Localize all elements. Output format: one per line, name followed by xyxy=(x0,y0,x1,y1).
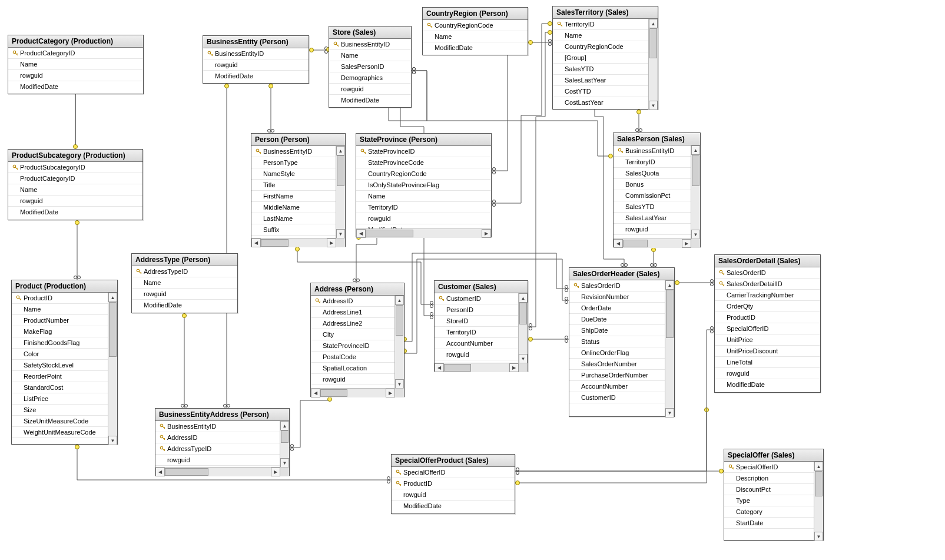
column-row[interactable]: SalesOrderNumber xyxy=(569,359,665,370)
table-header[interactable]: SpecialOfferProduct (Sales) xyxy=(392,455,515,467)
column-row[interactable]: FinishedGoodsFlag xyxy=(12,337,108,349)
column-row[interactable]: MakeFlag xyxy=(12,326,108,337)
column-row[interactable]: [Group] xyxy=(553,52,649,64)
column-row[interactable]: UnitPriceDiscount xyxy=(715,346,820,357)
table-header[interactable]: CountryRegion (Person) xyxy=(423,8,528,20)
table-SalesOrderHeader[interactable]: SalesOrderHeader (Sales)SalesOrderIDRevi… xyxy=(569,267,675,417)
column-row[interactable]: Title xyxy=(251,180,336,191)
scroll-down-icon[interactable]: ▼ xyxy=(336,229,345,238)
scroll-up-icon[interactable]: ▲ xyxy=(280,421,289,430)
table-header[interactable]: ProductCategory (Production) xyxy=(8,35,143,48)
scroll-up-icon[interactable]: ▲ xyxy=(691,145,700,155)
column-row[interactable]: ModifiedDate xyxy=(392,501,515,511)
column-row[interactable]: SalesOrderID xyxy=(569,280,665,291)
column-row[interactable]: Name xyxy=(329,50,411,61)
table-header[interactable]: SalesPerson (Sales) xyxy=(614,133,700,145)
scroll-track[interactable] xyxy=(519,303,528,354)
scroll-track[interactable] xyxy=(649,28,658,101)
table-AddressType[interactable]: AddressType (Person)AddressTypeIDNamerow… xyxy=(131,253,238,313)
column-row[interactable]: PersonID xyxy=(435,304,519,316)
vertical-scrollbar[interactable]: ▲▼ xyxy=(394,296,404,389)
vertical-scrollbar[interactable]: ▲▼ xyxy=(518,293,528,363)
column-row[interactable]: Demographics xyxy=(329,72,411,84)
column-row[interactable]: ModifiedDate xyxy=(8,81,143,92)
scroll-left-icon[interactable]: ◀ xyxy=(435,363,444,372)
column-row[interactable]: rowguid xyxy=(715,368,820,379)
table-Customer[interactable]: Customer (Sales)CustomerIDPersonIDStoreI… xyxy=(434,280,528,372)
table-SalesPerson[interactable]: SalesPerson (Sales)BusinessEntityIDTerri… xyxy=(613,132,701,247)
column-row[interactable]: SalesPersonID xyxy=(329,61,411,72)
scroll-track[interactable] xyxy=(320,389,386,397)
table-header[interactable]: Address (Person) xyxy=(311,283,404,296)
scroll-thumb[interactable] xyxy=(281,430,289,443)
column-row[interactable]: rowguid xyxy=(356,213,491,224)
horizontal-scrollbar[interactable]: ◀▶ xyxy=(251,238,345,247)
column-row[interactable]: CostLastYear xyxy=(553,97,649,108)
scroll-down-icon[interactable]: ▼ xyxy=(519,354,528,363)
scroll-up-icon[interactable]: ▲ xyxy=(814,462,823,471)
column-row[interactable]: ModifiedDate xyxy=(423,42,528,53)
vertical-scrollbar[interactable]: ▲▼ xyxy=(108,293,117,445)
column-row[interactable]: AccountNumber xyxy=(435,338,519,349)
column-row[interactable]: FirstName xyxy=(251,191,336,202)
vertical-scrollbar[interactable]: ▲▼ xyxy=(814,462,823,541)
scroll-thumb[interactable] xyxy=(320,389,347,397)
scroll-thumb[interactable] xyxy=(666,290,674,338)
column-row[interactable]: Name xyxy=(8,184,142,195)
column-row[interactable]: ProductCategoryID xyxy=(8,173,142,184)
column-row[interactable]: ModifiedDate xyxy=(203,71,309,81)
column-row[interactable]: PostalCode xyxy=(311,352,395,363)
column-row[interactable]: rowguid xyxy=(614,224,691,235)
horizontal-scrollbar[interactable]: ◀▶ xyxy=(155,467,289,476)
scroll-track[interactable] xyxy=(366,229,482,238)
column-row[interactable]: SalesLastYear xyxy=(553,75,649,86)
column-row[interactable]: Size xyxy=(12,405,108,416)
table-SpecialOffer[interactable]: SpecialOffer (Sales)SpecialOfferIDDescri… xyxy=(724,449,824,541)
column-row[interactable]: ListPrice xyxy=(12,393,108,405)
column-row[interactable]: City xyxy=(311,329,395,340)
column-row[interactable]: Name xyxy=(553,30,649,41)
table-header[interactable]: Customer (Sales) xyxy=(435,281,528,293)
scroll-left-icon[interactable]: ◀ xyxy=(614,239,623,248)
column-row[interactable]: BusinessEntityID xyxy=(614,145,691,157)
column-row[interactable]: AddressLine1 xyxy=(311,307,395,318)
scroll-thumb[interactable] xyxy=(815,471,823,496)
table-header[interactable]: SpecialOffer (Sales) xyxy=(724,449,823,462)
column-row[interactable]: ProductSubcategoryID xyxy=(8,162,142,173)
column-row[interactable]: CostYTD xyxy=(553,86,649,97)
column-row[interactable]: rowguid xyxy=(203,59,309,71)
scroll-track[interactable] xyxy=(814,471,823,532)
column-row[interactable]: rowguid xyxy=(132,289,237,300)
column-row[interactable]: Description xyxy=(724,473,814,484)
column-row[interactable]: SalesOrderID xyxy=(715,267,820,279)
column-row[interactable]: StateProvinceCode xyxy=(356,157,491,168)
column-row[interactable]: CountryRegionCode xyxy=(423,20,528,31)
column-row[interactable]: AddressTypeID xyxy=(132,266,237,277)
column-row[interactable]: Suffix xyxy=(251,224,336,236)
horizontal-scrollbar[interactable]: ◀▶ xyxy=(435,363,528,372)
column-row[interactable]: PurchaseOrderNumber xyxy=(569,370,665,381)
table-header[interactable]: SalesTerritory (Sales) xyxy=(553,6,658,19)
column-row[interactable]: CarrierTrackingNumber xyxy=(715,290,820,301)
column-row[interactable]: ProductID xyxy=(715,312,820,323)
column-row[interactable]: ReorderPoint xyxy=(12,371,108,382)
table-BusinessEntity[interactable]: BusinessEntity (Person)BusinessEntityIDr… xyxy=(203,35,309,84)
table-header[interactable]: Person (Person) xyxy=(251,134,345,146)
scroll-up-icon[interactable]: ▲ xyxy=(649,19,658,28)
table-header[interactable]: SalesOrderDetail (Sales) xyxy=(715,255,820,267)
column-row[interactable]: UnitPrice xyxy=(715,334,820,346)
column-row[interactable]: Name xyxy=(132,277,237,289)
column-row[interactable]: rowguid xyxy=(329,84,411,95)
scroll-track[interactable] xyxy=(691,155,700,230)
table-header[interactable]: Store (Sales) xyxy=(329,26,411,39)
column-row[interactable]: MiddleName xyxy=(251,202,336,213)
scroll-up-icon[interactable]: ▲ xyxy=(519,293,528,303)
scroll-track[interactable] xyxy=(336,155,345,229)
scroll-down-icon[interactable]: ▼ xyxy=(814,532,823,541)
scroll-right-icon[interactable]: ▶ xyxy=(682,239,691,248)
scroll-track[interactable] xyxy=(261,238,327,247)
table-header[interactable]: AddressType (Person) xyxy=(132,254,237,266)
column-row[interactable]: CustomerID xyxy=(569,392,665,403)
scroll-down-icon[interactable]: ▼ xyxy=(665,408,674,417)
horizontal-scrollbar[interactable]: ◀▶ xyxy=(614,238,700,248)
